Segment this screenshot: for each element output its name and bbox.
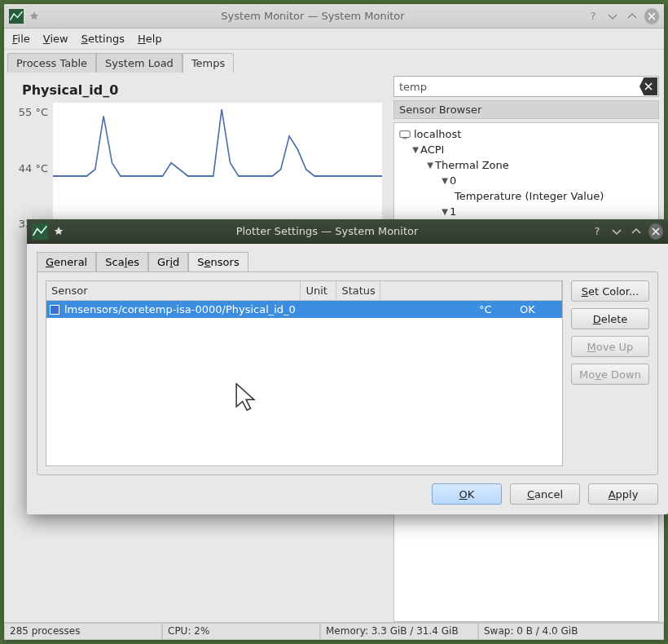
status-swap: Swap: 0 B / 4.0 GiB <box>478 623 664 640</box>
ok-button[interactable]: OK <box>432 483 502 505</box>
tab-general[interactable]: General <box>37 252 96 271</box>
move-up-button[interactable]: Move Up <box>571 336 649 357</box>
tab-temps[interactable]: Temps <box>182 53 234 73</box>
tree-zone-0[interactable]: ▼0 <box>396 173 657 188</box>
menu-view[interactable]: View <box>43 33 68 45</box>
tab-scales[interactable]: Scales <box>96 252 148 271</box>
help-button[interactable]: ? <box>586 9 600 24</box>
menu-file[interactable]: File <box>12 33 30 45</box>
window-title: System Monitor — System Monitor <box>45 10 581 22</box>
svg-rect-2 <box>402 138 407 139</box>
dialog-close-button[interactable] <box>648 224 663 239</box>
col-spacer <box>380 281 562 300</box>
col-sensor[interactable]: Sensor <box>46 281 301 300</box>
series-color-swatch <box>50 305 59 315</box>
close-button[interactable] <box>644 9 659 24</box>
chevron-down-icon[interactable]: ▼ <box>411 145 420 154</box>
ytick-44: 44 °C <box>19 162 48 174</box>
set-color-button[interactable]: Set Color... <box>571 280 649 302</box>
statusbar: 285 processes CPU: 2% Memory: 3.3 GiB / … <box>4 622 664 640</box>
tab-process-table[interactable]: Process Table <box>7 53 96 73</box>
main-tabs: Process Table System Load Temps <box>4 50 664 73</box>
menubar: File View Settings Help <box>4 29 664 50</box>
table-row[interactable]: lmsensors/coretemp-isa-0000/Physical_id_… <box>46 301 562 318</box>
cell-unit: °C <box>479 303 515 315</box>
pin-icon[interactable] <box>53 226 64 237</box>
chevron-down-icon[interactable]: ▼ <box>425 161 435 170</box>
status-memory: Memory: 3.3 GiB / 31.4 GiB <box>320 623 478 640</box>
dialog-title: Plotter Settings — System Monitor <box>69 225 585 237</box>
cell-status: OK <box>515 303 559 315</box>
tree-acpi[interactable]: ▼ACPI <box>396 142 657 157</box>
move-down-button[interactable]: Move Down <box>571 364 649 385</box>
tree-temp-0[interactable]: Temperature (Integer Value) <box>396 188 657 204</box>
dialog-minimize-button[interactable] <box>609 224 624 239</box>
tab-system-load[interactable]: System Load <box>96 53 182 73</box>
minimize-button[interactable] <box>605 9 620 24</box>
tree-host[interactable]: localhost <box>396 126 657 142</box>
search-row <box>393 76 659 97</box>
cell-sensor: lmsensors/coretemp-isa-0000/Physical_id_… <box>64 303 479 315</box>
dialog-titlebar[interactable]: Plotter Settings — System Monitor ? <box>27 219 668 244</box>
tab-sensors[interactable]: Sensors <box>188 252 248 271</box>
main-titlebar[interactable]: System Monitor — System Monitor ? <box>4 4 664 29</box>
search-input[interactable] <box>393 76 659 97</box>
svg-rect-1 <box>400 130 410 137</box>
chevron-down-icon[interactable]: ▼ <box>440 207 450 216</box>
menu-settings[interactable]: Settings <box>81 33 125 45</box>
plotter-settings-dialog: Plotter Settings — System Monitor ? Gene… <box>27 219 668 514</box>
status-processes: 285 processes <box>4 623 162 640</box>
delete-button[interactable]: Delete <box>571 308 649 329</box>
tab-grid[interactable]: Grid <box>148 252 188 271</box>
dialog-buttons: OK Cancel Apply <box>27 475 668 514</box>
tree-thermal[interactable]: ▼Thermal Zone <box>396 157 657 173</box>
dialog-maximize-button[interactable] <box>629 224 644 239</box>
sensor-table[interactable]: Sensor Unit Status lmsensors/coretemp-is… <box>46 280 563 466</box>
status-cpu: CPU: 2% <box>162 623 320 640</box>
table-header: Sensor Unit Status <box>46 281 562 301</box>
ytick-55: 55 °C <box>19 106 48 118</box>
col-status[interactable]: Status <box>336 281 380 300</box>
tree-zone-1[interactable]: ▼1 <box>396 204 657 219</box>
sensor-browser-header: Sensor Browser <box>393 100 659 119</box>
menu-help[interactable]: Help <box>138 33 162 45</box>
dialog-help-button[interactable]: ? <box>590 224 604 239</box>
dialog-tabs: General Scales Grid Sensors <box>37 252 658 271</box>
plot-title: Physical_id_0 <box>22 82 389 98</box>
dialog-body: General Scales Grid Sensors Sensor Unit … <box>27 244 668 475</box>
maximize-button[interactable] <box>625 9 639 24</box>
apply-button[interactable]: Apply <box>588 483 658 505</box>
dialog-frame: Sensor Unit Status lmsensors/coretemp-is… <box>37 271 658 475</box>
col-unit[interactable]: Unit <box>301 281 336 300</box>
chevron-down-icon[interactable]: ▼ <box>440 176 450 185</box>
cancel-button[interactable]: Cancel <box>510 483 580 505</box>
pin-icon[interactable] <box>29 11 40 22</box>
system-monitor-icon <box>9 9 24 24</box>
button-column: Set Color... Delete Move Up Move Down <box>571 280 649 466</box>
system-monitor-icon <box>32 223 48 240</box>
monitor-icon <box>399 130 411 139</box>
